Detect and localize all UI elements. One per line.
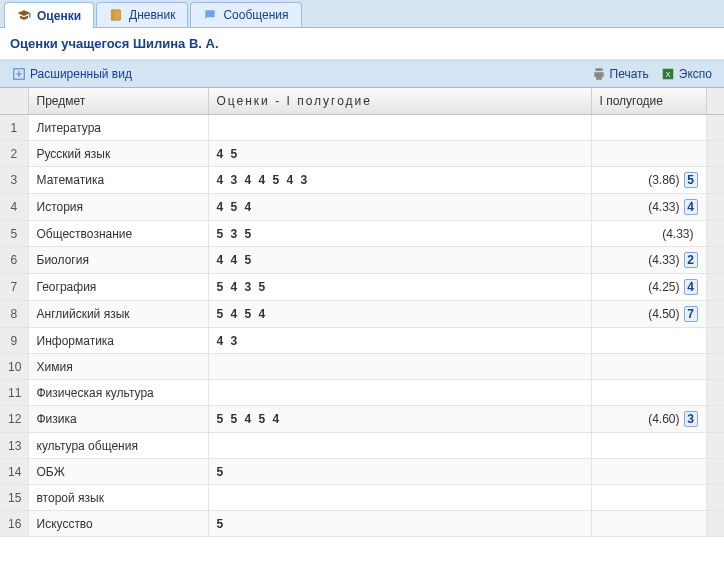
marks-cell: 5 4 5 4 bbox=[208, 301, 591, 328]
subject-cell: Русский язык bbox=[28, 141, 208, 167]
subject-cell: Английский язык bbox=[28, 301, 208, 328]
average-value: (4.25) bbox=[648, 280, 679, 294]
average-cell bbox=[591, 328, 706, 354]
table-row[interactable]: 15второй язык bbox=[0, 485, 724, 511]
average-cell: (4.50)7 bbox=[591, 301, 706, 328]
average-cell bbox=[591, 115, 706, 141]
col-header-number[interactable] bbox=[0, 88, 28, 115]
col-header-avg[interactable]: I полугодие bbox=[591, 88, 706, 115]
table-row[interactable]: 4История4 5 4(4.33)4 bbox=[0, 194, 724, 221]
average-cell bbox=[591, 485, 706, 511]
marks-cell: 4 4 5 bbox=[208, 247, 591, 274]
subject-cell: Физика bbox=[28, 406, 208, 433]
row-tail bbox=[706, 354, 724, 380]
marks-cell bbox=[208, 354, 591, 380]
table-row[interactable]: 8Английский язык5 4 5 4(4.50)7 bbox=[0, 301, 724, 328]
table-row[interactable]: 3Математика4 3 4 4 5 4 3(3.86)5 bbox=[0, 167, 724, 194]
row-number: 15 bbox=[0, 485, 28, 511]
printer-icon bbox=[592, 67, 606, 81]
export-button[interactable]: X Экспо bbox=[655, 65, 718, 83]
subject-cell: Искусство bbox=[28, 511, 208, 537]
table-row[interactable]: 12Физика5 5 4 5 4(4.60)3 bbox=[0, 406, 724, 433]
tab-diary[interactable]: Дневник bbox=[96, 2, 188, 27]
row-number: 8 bbox=[0, 301, 28, 328]
row-tail bbox=[706, 328, 724, 354]
period-grade-box[interactable]: 2 bbox=[684, 252, 698, 268]
average-cell bbox=[591, 354, 706, 380]
row-number: 14 bbox=[0, 459, 28, 485]
average-cell: (4.33)2 bbox=[591, 247, 706, 274]
period-grade-box[interactable]: 7 bbox=[684, 306, 698, 322]
table-row[interactable]: 10Химия bbox=[0, 354, 724, 380]
expanded-view-button[interactable]: Расширенный вид bbox=[6, 65, 138, 83]
marks-cell: 4 5 bbox=[208, 141, 591, 167]
tab-label: Оценки bbox=[37, 9, 81, 23]
col-header-marks[interactable]: Оценки - I полугодие bbox=[208, 88, 591, 115]
tab-label: Сообщения bbox=[223, 8, 288, 22]
average-value: (4.33) bbox=[662, 227, 693, 241]
average-cell: (4.33) bbox=[591, 221, 706, 247]
row-tail bbox=[706, 406, 724, 433]
marks-cell: 4 3 4 4 5 4 3 bbox=[208, 167, 591, 194]
row-number: 7 bbox=[0, 274, 28, 301]
average-cell: (4.33)4 bbox=[591, 194, 706, 221]
average-value: (3.86) bbox=[648, 173, 679, 187]
period-grade-box[interactable]: 3 bbox=[684, 411, 698, 427]
subject-cell: второй язык bbox=[28, 485, 208, 511]
row-number: 1 bbox=[0, 115, 28, 141]
row-tail bbox=[706, 433, 724, 459]
average-cell bbox=[591, 511, 706, 537]
table-row[interactable]: 11Физическая культура bbox=[0, 380, 724, 406]
print-button[interactable]: Печать bbox=[586, 65, 655, 83]
row-tail bbox=[706, 115, 724, 141]
col-header-subject[interactable]: Предмет bbox=[28, 88, 208, 115]
row-number: 3 bbox=[0, 167, 28, 194]
excel-export-icon: X bbox=[661, 67, 675, 81]
average-cell bbox=[591, 459, 706, 485]
export-label: Экспо bbox=[679, 67, 712, 81]
average-value: (4.33) bbox=[648, 253, 679, 267]
subject-cell: География bbox=[28, 274, 208, 301]
tab-label: Дневник bbox=[129, 8, 175, 22]
table-header-row: Предмет Оценки - I полугодие I полугодие bbox=[0, 88, 724, 115]
row-number: 5 bbox=[0, 221, 28, 247]
marks-cell bbox=[208, 115, 591, 141]
table-row[interactable]: 1Литература bbox=[0, 115, 724, 141]
marks-cell: 5 3 5 bbox=[208, 221, 591, 247]
tab-grades[interactable]: Оценки bbox=[4, 2, 94, 28]
period-grade-box[interactable]: 4 bbox=[684, 279, 698, 295]
table-row[interactable]: 2Русский язык4 5 bbox=[0, 141, 724, 167]
col-header-tail bbox=[706, 88, 724, 115]
marks-cell: 4 5 4 bbox=[208, 194, 591, 221]
subject-cell: Обществознание bbox=[28, 221, 208, 247]
marks-cell: 5 bbox=[208, 511, 591, 537]
average-cell bbox=[591, 380, 706, 406]
page-title: Оценки учащегося Шилина В. А. bbox=[0, 28, 724, 60]
subject-cell: Химия bbox=[28, 354, 208, 380]
period-grade-box[interactable]: 5 bbox=[684, 172, 698, 188]
table-row[interactable]: 9Информатика4 3 bbox=[0, 328, 724, 354]
row-number: 10 bbox=[0, 354, 28, 380]
table-row[interactable]: 5Обществознание5 3 5(4.33) bbox=[0, 221, 724, 247]
row-number: 13 bbox=[0, 433, 28, 459]
row-tail bbox=[706, 459, 724, 485]
table-row[interactable]: 6Биология4 4 5(4.33)2 bbox=[0, 247, 724, 274]
table-row[interactable]: 13культура общения bbox=[0, 433, 724, 459]
toolbar: Расширенный вид Печать X Экспо bbox=[0, 60, 724, 88]
marks-cell: 5 bbox=[208, 459, 591, 485]
average-value: (4.60) bbox=[648, 412, 679, 426]
row-tail bbox=[706, 167, 724, 194]
table-row[interactable]: 7География5 4 3 5(4.25)4 bbox=[0, 274, 724, 301]
row-number: 12 bbox=[0, 406, 28, 433]
row-number: 2 bbox=[0, 141, 28, 167]
subject-cell: Литература bbox=[28, 115, 208, 141]
period-grade-box[interactable]: 4 bbox=[684, 199, 698, 215]
print-label: Печать bbox=[610, 67, 649, 81]
table-row[interactable]: 16Искусство5 bbox=[0, 511, 724, 537]
average-value: (4.50) bbox=[648, 307, 679, 321]
table-row[interactable]: 14ОБЖ5 bbox=[0, 459, 724, 485]
expand-icon bbox=[12, 67, 26, 81]
tab-messages[interactable]: Сообщения bbox=[190, 2, 301, 27]
average-cell bbox=[591, 141, 706, 167]
row-number: 11 bbox=[0, 380, 28, 406]
